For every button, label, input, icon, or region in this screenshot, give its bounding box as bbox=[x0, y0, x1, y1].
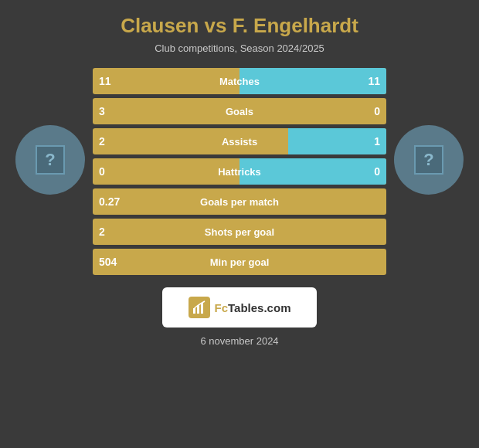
stat-row-matches: 11Matches11 bbox=[93, 68, 386, 94]
stat-row-min-per-goal: 504Min per goal bbox=[93, 249, 386, 275]
watermark: FcTables.com bbox=[162, 287, 317, 328]
watermark-text: FcTables.com bbox=[215, 301, 291, 314]
stat-label: Min per goal bbox=[210, 256, 270, 268]
left-player-image: ? bbox=[36, 145, 65, 175]
stat-row-shots-per-goal: 2Shots per goal bbox=[93, 219, 386, 245]
right-player-image: ? bbox=[414, 145, 443, 175]
stat-left-value: 504 bbox=[99, 256, 117, 268]
stat-left-value: 2 bbox=[99, 226, 105, 238]
page-title: Clausen vs F. Engelhardt bbox=[121, 14, 358, 38]
comparison-card: Clausen vs F. Engelhardt Club competitio… bbox=[0, 0, 479, 448]
svg-rect-2 bbox=[201, 303, 203, 314]
svg-rect-0 bbox=[193, 308, 195, 314]
stat-left-value: 11 bbox=[99, 75, 111, 87]
watermark-icon bbox=[189, 297, 210, 318]
footer-date: 6 november 2024 bbox=[200, 335, 278, 347]
stat-left-value: 0.27 bbox=[99, 195, 120, 208]
right-player-avatar: ? bbox=[394, 125, 464, 195]
stat-label: Hattricks bbox=[218, 166, 261, 178]
stat-label: Goals per match bbox=[200, 196, 279, 208]
stat-right-value: 1 bbox=[374, 135, 380, 148]
stat-label: Goals bbox=[226, 106, 253, 117]
stat-right-value: 0 bbox=[374, 165, 380, 178]
stat-left-value: 0 bbox=[99, 165, 105, 178]
stat-row-hattricks: 0Hattricks0 bbox=[93, 158, 386, 185]
stat-label: Shots per goal bbox=[205, 226, 274, 238]
stat-label: Assists bbox=[222, 136, 257, 148]
stat-label: Matches bbox=[219, 76, 260, 87]
stat-right-value: 11 bbox=[368, 75, 380, 87]
stat-row-goals-per-match: 0.27Goals per match bbox=[93, 188, 386, 215]
stat-right-value: 0 bbox=[374, 105, 380, 117]
stat-row-assists: 2Assists1 bbox=[93, 128, 386, 154]
stats-container: 11Matches113Goals02Assists10Hattricks00.… bbox=[85, 68, 394, 275]
page-subtitle: Club competitions, Season 2024/2025 bbox=[155, 42, 324, 54]
stat-left-value: 2 bbox=[99, 135, 105, 148]
comparison-area: ? 11Matches113Goals02Assists10Hattricks0… bbox=[15, 68, 464, 275]
stat-row-goals: 3Goals0 bbox=[93, 98, 386, 124]
stat-left-value: 3 bbox=[99, 105, 105, 117]
chart-bar-icon bbox=[192, 300, 206, 314]
left-player-avatar: ? bbox=[15, 125, 85, 195]
